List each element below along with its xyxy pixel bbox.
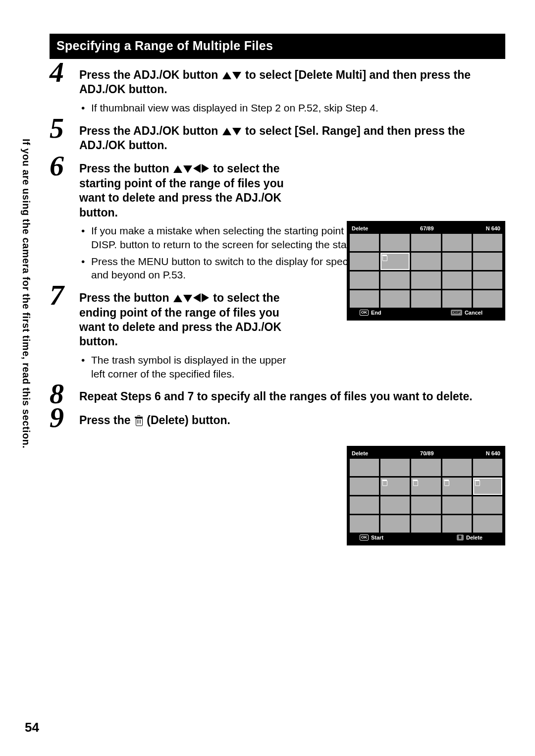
udlr-arrows-icon xyxy=(173,291,209,304)
lcd-footer-label: Cancel xyxy=(465,310,482,316)
step-heading: Press the (Delete) button. xyxy=(79,413,505,428)
thumbnail xyxy=(442,253,472,270)
thumbnail xyxy=(411,253,440,270)
trash-icon xyxy=(382,254,387,260)
thumbnail xyxy=(411,459,440,476)
lcd-resolution: N 640 xyxy=(486,450,500,456)
thumbnail xyxy=(473,271,502,289)
thumbnail xyxy=(473,515,502,533)
lcd-title: Delete xyxy=(352,225,368,231)
step-number: 6 xyxy=(50,152,64,180)
bullet-text: The trash symbol is displayed in the upp… xyxy=(91,353,289,380)
disp-badge: DISP. xyxy=(451,310,462,316)
ok-badge: OK xyxy=(360,535,369,540)
thumbnail xyxy=(350,234,379,251)
lcd-footer-right: 🗑 Delete xyxy=(457,535,482,540)
trash-icon xyxy=(475,479,480,485)
thumbnail xyxy=(442,515,472,533)
step-heading-text: (Delete) button. xyxy=(147,414,230,427)
thumbnail xyxy=(411,271,440,289)
step-heading: Press the button to select the starting … xyxy=(79,162,287,220)
step-number: 5 xyxy=(50,114,64,143)
thumbnail xyxy=(473,253,502,270)
thumbnail xyxy=(411,234,440,251)
thumbnail xyxy=(442,459,472,476)
thumbnail-selected xyxy=(380,253,410,270)
lcd-counter: 67/89 xyxy=(417,225,437,232)
thumbnail xyxy=(350,290,379,308)
camera-screen-2: Delete 70/89 N 640 xyxy=(347,446,505,545)
side-section-label: If you are using the camera for the firs… xyxy=(22,139,32,476)
thumbnail xyxy=(411,496,440,514)
thumbnail xyxy=(350,271,379,289)
thumbnail xyxy=(411,290,440,308)
step-heading-text: Press the button xyxy=(79,162,172,175)
thumbnail-selected xyxy=(473,478,502,495)
thumbnail-marked xyxy=(380,478,410,495)
step-9: 9 Press the (Delete) button. xyxy=(50,413,505,428)
thumbnail xyxy=(473,496,502,514)
lcd-footer-label: Start xyxy=(371,535,383,540)
step-heading-text: Press the xyxy=(79,414,134,427)
thumbnail xyxy=(473,234,502,251)
thumbnail xyxy=(350,478,379,495)
updown-arrows-icon xyxy=(222,68,241,81)
thumbnail-marked xyxy=(442,478,472,495)
thumbnail xyxy=(350,459,379,476)
trash-icon xyxy=(444,479,449,485)
step-heading: Repeat Steps 6 and 7 to specify all the … xyxy=(79,389,505,404)
lcd-grid xyxy=(350,459,502,533)
thumbnail-marked xyxy=(411,478,440,495)
lcd-counter: 70/89 xyxy=(417,450,437,457)
thumbnail xyxy=(380,515,410,533)
step-heading-text: Press the ADJ./OK button xyxy=(79,68,221,81)
thumbnail xyxy=(442,234,472,251)
bullet-text: If thumbnail view was displayed in Step … xyxy=(91,101,505,115)
lcd-title: Delete xyxy=(352,450,368,456)
step-heading-text: Press the button xyxy=(79,291,172,304)
step-number: 4 xyxy=(50,58,64,87)
thumbnail xyxy=(380,290,410,308)
thumbnail xyxy=(380,459,410,476)
delete-badge: 🗑 xyxy=(457,535,464,540)
step-8: 8 Repeat Steps 6 and 7 to specify all th… xyxy=(50,389,505,404)
step-heading: Press the button to select the ending po… xyxy=(79,291,287,349)
step-number: 9 xyxy=(50,403,64,432)
trash-icon xyxy=(135,416,143,425)
step-heading: Press the ADJ./OK button to select [Sel.… xyxy=(79,124,505,153)
camera-screen-1: Delete 67/89 N 640 xyxy=(347,221,505,321)
lcd-footer-label: Delete xyxy=(466,535,482,540)
thumbnail xyxy=(380,271,410,289)
thumbnail xyxy=(442,496,472,514)
lcd-grid xyxy=(350,234,502,308)
page-number: 54 xyxy=(25,720,39,735)
updown-arrows-icon xyxy=(222,124,241,137)
trash-icon xyxy=(413,479,418,485)
thumbnail xyxy=(442,271,472,289)
lcd-footer-left: OK Start xyxy=(360,535,383,540)
thumbnail xyxy=(473,290,502,308)
lcd-resolution: N 640 xyxy=(486,225,500,231)
lcd-footer-right: DISP. Cancel xyxy=(451,310,482,316)
thumbnail xyxy=(350,253,379,270)
thumbnail xyxy=(411,515,440,533)
step-heading-text: Press the ADJ./OK button xyxy=(79,124,221,137)
thumbnail xyxy=(473,459,502,476)
thumbnail xyxy=(350,496,379,514)
step-heading: Press the ADJ./OK button to select [Dele… xyxy=(79,68,505,97)
ok-badge: OK xyxy=(360,310,369,316)
lcd-footer-left: OK End xyxy=(360,310,381,316)
thumbnail xyxy=(380,234,410,251)
trash-icon xyxy=(382,479,387,485)
step-5: 5 Press the ADJ./OK button to select [Se… xyxy=(50,124,505,153)
step-number: 7 xyxy=(50,281,64,310)
section-header: Specifying a Range of Multiple Files xyxy=(50,34,505,59)
thumbnail xyxy=(380,496,410,514)
step-4: 4 Press the ADJ./OK button to select [De… xyxy=(50,68,505,115)
thumbnail xyxy=(350,515,379,533)
lcd-footer-label: End xyxy=(371,310,381,316)
udlr-arrows-icon xyxy=(173,162,209,175)
thumbnail xyxy=(442,290,472,308)
